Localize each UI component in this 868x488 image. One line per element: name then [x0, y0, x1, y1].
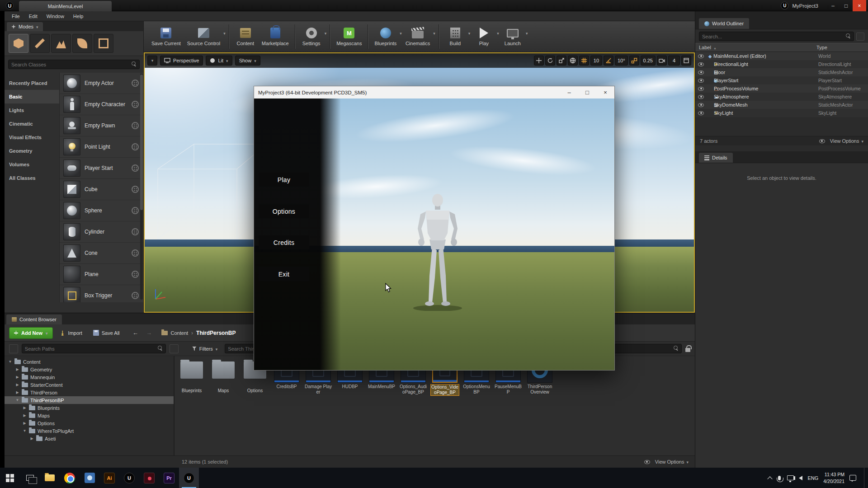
expander-icon[interactable]: [15, 383, 19, 387]
tree-item-wheretoplugart[interactable]: WhereToPlugArt: [5, 427, 174, 435]
drag-handle-icon[interactable]: [132, 80, 139, 87]
close-button[interactable]: ×: [853, 0, 866, 11]
chrome-button[interactable]: [60, 468, 80, 488]
mode-place-button[interactable]: [9, 34, 28, 53]
tree-item-thirdperson[interactable]: ThirdPerson: [5, 389, 174, 396]
search-classes-input[interactable]: [11, 62, 129, 67]
scale-tool-button[interactable]: [557, 56, 566, 66]
content-browser-view-options[interactable]: View Options: [643, 459, 689, 465]
list-item[interactable]: Empty Character: [60, 94, 143, 115]
camera-speed-icon[interactable]: [657, 56, 667, 66]
rotation-snap-value[interactable]: 10°: [615, 56, 628, 66]
mode-terrain-button[interactable]: [51, 34, 71, 53]
list-item[interactable]: Cube: [60, 179, 143, 200]
category-geometry[interactable]: Geometry: [5, 144, 59, 158]
game-options-button[interactable]: Options: [259, 204, 309, 218]
speaker-icon[interactable]: [799, 476, 802, 480]
launch-dropdown[interactable]: [526, 31, 528, 36]
start-button[interactable]: [0, 468, 20, 488]
tab-content-browser[interactable]: Content Browser: [6, 314, 62, 324]
visibility-eye-icon[interactable]: [698, 103, 704, 107]
drag-handle-icon[interactable]: [132, 101, 139, 108]
expander-icon[interactable]: [15, 367, 19, 371]
file-explorer-button[interactable]: [40, 468, 60, 488]
category-volumes[interactable]: Volumes: [5, 158, 59, 171]
drag-handle-icon[interactable]: [132, 271, 139, 278]
expander-icon[interactable]: [15, 390, 19, 394]
visibility-eye-icon[interactable]: [698, 62, 704, 66]
save-all-button[interactable]: Save All: [90, 327, 123, 339]
menu-file[interactable]: File: [7, 14, 24, 19]
grid-snap-icon[interactable]: [579, 56, 589, 66]
drag-handle-icon[interactable]: [132, 122, 139, 129]
build-button[interactable]: Build: [442, 23, 468, 51]
breadcrumb-current[interactable]: ThirdPersonBP: [196, 330, 236, 336]
epic-games-button[interactable]: [139, 468, 159, 488]
illustrator-button[interactable]: Ai: [99, 468, 119, 488]
menu-edit[interactable]: Edit: [24, 14, 42, 19]
drag-handle-icon[interactable]: [132, 207, 139, 214]
grid-snap-value[interactable]: 10: [590, 56, 602, 66]
notification-center-icon[interactable]: [849, 475, 856, 481]
list-item[interactable]: Empty Pawn: [60, 115, 143, 136]
blueprints-dropdown[interactable]: [400, 31, 402, 36]
asset-tile[interactable]: Blueprints: [177, 357, 206, 394]
path-filter-icon[interactable]: [170, 344, 179, 353]
table-row[interactable]: PostProcessVolumePostProcessVolume: [695, 84, 868, 93]
tree-item-thirdpersonbp[interactable]: ThirdPersonBP: [5, 396, 174, 404]
game-close-button[interactable]: ×: [596, 86, 614, 99]
breadcrumb-root[interactable]: Content: [171, 330, 189, 336]
game-exit-button[interactable]: Exit: [259, 267, 309, 281]
forward-button[interactable]: →: [144, 328, 154, 338]
tab-details[interactable]: Details: [699, 153, 733, 163]
search-paths-input[interactable]: [25, 346, 155, 352]
tree-item-mannequin[interactable]: Mannequin: [5, 373, 174, 381]
drag-handle-icon[interactable]: [132, 249, 139, 257]
tree-item-startercontent[interactable]: StarterContent: [5, 381, 174, 389]
display-icon[interactable]: [787, 475, 794, 480]
unreal-engine-button[interactable]: U: [119, 468, 139, 488]
expander-icon[interactable]: [23, 429, 27, 433]
settings-dropdown[interactable]: [325, 31, 327, 36]
sources-panel-toggle[interactable]: [9, 344, 18, 353]
save-current-button[interactable]: Save Current: [148, 23, 184, 51]
visibility-eye-icon[interactable]: [698, 54, 704, 58]
expander-icon[interactable]: [23, 406, 27, 410]
visibility-eye-icon[interactable]: [698, 87, 704, 91]
language-indicator[interactable]: ENG: [807, 475, 818, 481]
cinematics-dropdown[interactable]: [433, 31, 435, 36]
marketplace-button[interactable]: Marketplace: [259, 23, 292, 51]
menu-help[interactable]: Help: [69, 14, 88, 19]
settings-button[interactable]: Settings: [298, 23, 325, 51]
asset-tile[interactable]: Maps: [209, 357, 238, 394]
rotate-tool-button[interactable]: [545, 56, 555, 66]
scrollbar[interactable]: [140, 74, 143, 300]
drag-handle-icon[interactable]: [132, 186, 139, 193]
list-item[interactable]: Box Trigger: [60, 285, 143, 302]
table-row[interactable]: MainMenuLevel (Editor)World: [695, 52, 868, 60]
world-coordinate-button[interactable]: [568, 56, 578, 66]
drag-handle-icon[interactable]: [132, 228, 139, 235]
minimize-button[interactable]: –: [826, 0, 840, 11]
column-label[interactable]: Label: [699, 45, 711, 50]
table-row[interactable]: DirectionalLightDirectionalLight: [695, 60, 868, 68]
rotation-snap-icon[interactable]: [604, 56, 613, 66]
drag-handle-icon[interactable]: [132, 164, 139, 172]
play-dropdown[interactable]: [497, 31, 499, 36]
unreal-editor-button[interactable]: U: [179, 468, 199, 488]
visibility-eye-icon[interactable]: [698, 111, 704, 115]
maximize-button[interactable]: □: [840, 0, 853, 11]
visibility-eye-icon[interactable]: [698, 70, 704, 75]
category-recently-placed[interactable]: Recently Placed: [5, 76, 59, 90]
table-row[interactable]: SkyAtmosphereSkyAtmosphere: [695, 93, 868, 101]
scale-snap-value[interactable]: 0.25: [641, 56, 656, 66]
outliner-search-input[interactable]: [702, 34, 843, 39]
tree-item-aseti[interactable]: Aseti: [5, 435, 174, 442]
drag-handle-icon[interactable]: [132, 143, 139, 150]
game-window[interactable]: MyProject3 (64-bit Development PCD3D_SM5…: [254, 86, 615, 371]
game-play-button[interactable]: Play: [259, 173, 309, 187]
source-control-button[interactable]: Source Control: [184, 23, 223, 51]
source-control-dropdown[interactable]: [223, 31, 226, 36]
category-visual-effects[interactable]: Visual Effects: [5, 131, 59, 144]
camera-speed-value[interactable]: 4: [668, 56, 680, 66]
